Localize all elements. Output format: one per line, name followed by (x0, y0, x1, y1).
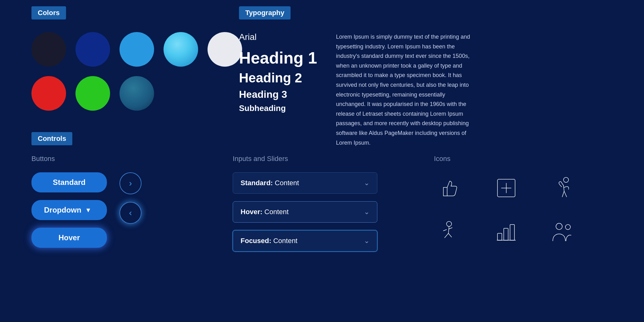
circle-left-button[interactable]: ‹ (119, 202, 142, 224)
svg-point-9 (556, 223, 562, 230)
focused-chevron-icon: ⌄ (364, 237, 369, 245)
standard-chevron-icon: ⌄ (364, 179, 369, 187)
svg-rect-5 (497, 233, 502, 240)
heading2-text: Heading 2 (239, 70, 317, 86)
hover-label-text: Hover: (241, 208, 263, 216)
color-row-1 (31, 32, 242, 67)
hover-value-text: Content (264, 208, 289, 216)
input-list: Standard: Content ⌄ Hover: Content ⌄ Foc… (233, 172, 409, 252)
person-raising-hand-icon (547, 172, 579, 204)
arrow-left-icon: ‹ (129, 208, 132, 218)
swatch-teal-dark (119, 76, 154, 111)
svg-point-3 (564, 177, 569, 182)
circle-buttons: › ‹ (119, 172, 142, 224)
icons-column: Icons (434, 155, 629, 252)
hover-select-label: Hover: Content (241, 208, 289, 216)
focused-select-label: Focused: Content (241, 237, 297, 245)
dropdown-chevron-icon: ▼ (85, 207, 92, 214)
colors-section: Colors (31, 6, 242, 111)
typography-section: Typography Arial Heading 1 Heading 2 Hea… (239, 6, 475, 147)
icons-label: Icons (434, 155, 629, 163)
swatch-white (208, 32, 242, 67)
hover-button[interactable]: Hover (31, 228, 107, 248)
lorem-paragraph: Lorem Ipsum is simply dummy text of the … (336, 32, 475, 147)
swatch-red (31, 76, 66, 111)
buttons-inner: Standard Dropdown ▼ Hover › ‹ (31, 172, 214, 248)
svg-point-4 (447, 221, 452, 226)
hover-chevron-icon: ⌄ (364, 208, 369, 216)
swatch-dark-navy (31, 32, 66, 67)
focused-select[interactable]: Focused: Content ⌄ (233, 230, 377, 252)
swatch-light-blue (164, 32, 198, 67)
dropdown-label: Dropdown (44, 206, 81, 214)
controls-columns: Buttons Standard Dropdown ▼ Hover › ‹ (31, 155, 629, 252)
button-list: Standard Dropdown ▼ Hover (31, 172, 107, 248)
svg-point-10 (565, 225, 570, 230)
color-row-2 (31, 76, 242, 111)
standard-value-text: Content (275, 179, 299, 187)
swatch-green (75, 76, 110, 111)
standard-select-label: Standard: Content (241, 179, 299, 187)
inputs-label: Inputs and Sliders (233, 155, 409, 163)
focused-label-text: Focused: (241, 237, 271, 245)
svg-rect-6 (504, 228, 508, 240)
colors-badge: Colors (31, 6, 66, 19)
heading1-text: Heading 1 (239, 48, 317, 67)
standard-select[interactable]: Standard: Content ⌄ (233, 172, 377, 194)
medical-cross-icon (491, 172, 522, 204)
bar-chart-icon (491, 216, 522, 248)
heading3-text: Heading 3 (239, 89, 317, 100)
focused-value-text: Content (273, 237, 297, 245)
typography-badge: Typography (239, 6, 291, 19)
typography-lorem: Lorem Ipsum is simply dummy text of the … (336, 32, 475, 147)
circle-right-button[interactable]: › (119, 172, 142, 194)
typography-content: Arial Heading 1 Heading 2 Heading 3 Subh… (239, 32, 475, 147)
walking-person-icon (434, 216, 465, 248)
buttons-label: Buttons (31, 155, 214, 163)
controls-section: Controls Buttons Standard Dropdown ▼ Hov… (31, 132, 629, 252)
icons-grid (434, 172, 629, 248)
svg-rect-7 (510, 225, 514, 240)
dropdown-button[interactable]: Dropdown ▼ (31, 200, 107, 220)
swatch-sky-blue (119, 32, 154, 67)
typography-headings: Arial Heading 1 Heading 2 Heading 3 Subh… (239, 32, 317, 147)
group-people-icon (547, 216, 579, 248)
subheading-text: Subheading (239, 103, 317, 113)
buttons-column: Buttons Standard Dropdown ▼ Hover › ‹ (31, 155, 214, 252)
controls-badge: Controls (31, 132, 72, 145)
standard-label-text: Standard: (241, 179, 273, 187)
font-name: Arial (239, 32, 317, 42)
color-grid (31, 32, 242, 111)
arrow-right-icon: › (129, 178, 132, 188)
hover-select[interactable]: Hover: Content ⌄ (233, 201, 377, 223)
standard-button[interactable]: Standard (31, 172, 107, 192)
thumbs-up-icon (434, 172, 465, 204)
inputs-column: Inputs and Sliders Standard: Content ⌄ H… (233, 155, 409, 252)
controls-header: Controls (31, 132, 629, 145)
swatch-navy-blue (75, 32, 110, 67)
